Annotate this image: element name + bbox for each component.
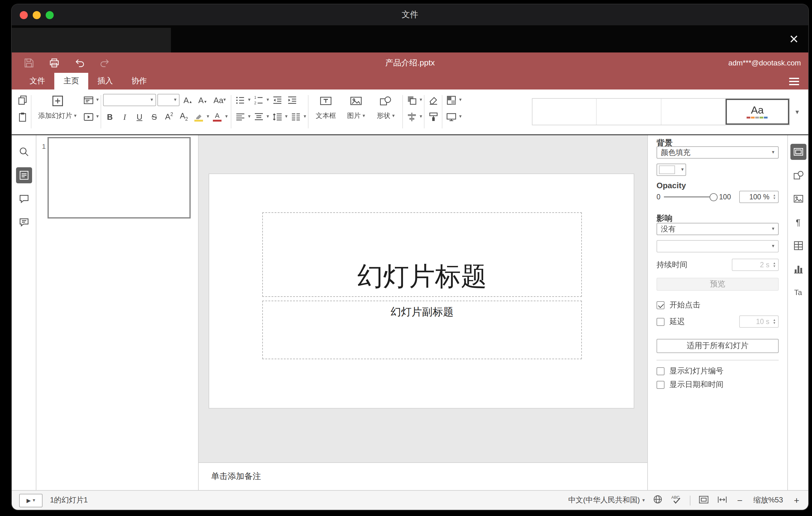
- align-shapes-button[interactable]: [405, 110, 418, 123]
- tab-home[interactable]: 主页: [54, 73, 88, 89]
- delay-checkbox[interactable]: 延迟: [657, 316, 685, 327]
- copy-style-button[interactable]: [426, 110, 440, 123]
- superscript-button[interactable]: A2: [162, 110, 176, 123]
- header-row-top: 产品介绍.pptx adm***@dootask.com: [12, 53, 808, 73]
- menu-button[interactable]: [789, 78, 799, 85]
- clear-style-button[interactable]: [426, 93, 440, 107]
- fill-color-select[interactable]: ▾: [657, 164, 686, 176]
- maximize-traffic-button[interactable]: [46, 11, 54, 19]
- textart-settings-tab[interactable]: Ta: [790, 285, 806, 300]
- toolbar-collapse-button[interactable]: ▾: [790, 89, 805, 134]
- tab-file[interactable]: 文件: [20, 73, 54, 89]
- font-decrease-button[interactable]: A▾: [196, 93, 209, 107]
- slide-canvas[interactable]: 幻灯片标题 幻灯片副标题: [208, 173, 634, 409]
- redo-button[interactable]: [99, 56, 111, 69]
- slide-thumbnail[interactable]: [48, 137, 191, 219]
- start-on-click-checkbox[interactable]: 开始点击: [657, 300, 779, 311]
- start-slideshow-button[interactable]: ▶▾: [19, 493, 42, 507]
- opacity-slider-knob[interactable]: [710, 193, 718, 201]
- italic-button[interactable]: I: [118, 110, 132, 123]
- chat-button[interactable]: [16, 214, 32, 230]
- fit-width-button[interactable]: [717, 495, 727, 506]
- delay-spinner[interactable]: 10 s ▴▾: [739, 315, 779, 328]
- checkbox-unchecked[interactable]: [657, 381, 665, 389]
- slide-size-button[interactable]: [444, 110, 458, 123]
- arrange-shapes-button[interactable]: [405, 93, 418, 107]
- effect-select[interactable]: 没有▾: [657, 223, 779, 235]
- subscript-button[interactable]: A2: [177, 110, 191, 123]
- print-button[interactable]: [48, 56, 60, 69]
- add-slide-button[interactable]: 添加幻灯片▾: [33, 89, 82, 134]
- chart-settings-tab[interactable]: [790, 261, 806, 277]
- strikethrough-button[interactable]: S: [147, 110, 161, 123]
- zoom-out-button[interactable]: −: [735, 496, 744, 505]
- comments-button[interactable]: [16, 191, 32, 207]
- slides-panel-button[interactable]: [16, 167, 32, 183]
- checkbox-checked[interactable]: [657, 301, 665, 309]
- close-button[interactable]: ×: [789, 31, 799, 47]
- fit-slide-button[interactable]: [698, 495, 709, 506]
- paragraph-settings-tab[interactable]: ¶: [790, 214, 806, 230]
- checkbox-unchecked[interactable]: [657, 318, 665, 325]
- close-traffic-button[interactable]: [20, 11, 28, 19]
- image-settings-tab[interactable]: [790, 191, 806, 207]
- vertical-align-button[interactable]: [252, 110, 265, 123]
- decrease-indent-button[interactable]: [270, 93, 284, 107]
- duration-spinner[interactable]: 2 s ▴▾: [732, 259, 779, 271]
- color-scheme-button[interactable]: [444, 93, 458, 107]
- slide-title-placeholder[interactable]: 幻灯片标题: [262, 212, 582, 297]
- theme-option-selected[interactable]: Aa: [726, 99, 789, 125]
- bullets-button[interactable]: [233, 93, 247, 107]
- insert-image-button[interactable]: 图片▾: [341, 89, 371, 134]
- fill-type-select[interactable]: 颜色填充▾: [657, 146, 779, 159]
- set-language-button[interactable]: [653, 494, 663, 506]
- increase-indent-button[interactable]: [285, 93, 299, 107]
- tab-insert[interactable]: 插入: [88, 73, 122, 89]
- show-date-time-checkbox[interactable]: 显示日期和时间: [657, 380, 779, 390]
- copy-button[interactable]: [16, 93, 29, 107]
- slide-layout-button[interactable]: [82, 93, 95, 107]
- font-increase-button[interactable]: A▴: [181, 93, 194, 107]
- line-spacing-button[interactable]: [270, 110, 284, 123]
- zoom-in-button[interactable]: +: [792, 496, 801, 505]
- shape-settings-tab[interactable]: [790, 167, 806, 183]
- notes-area[interactable]: 单击添加备注: [199, 462, 647, 490]
- search-button[interactable]: [16, 144, 32, 160]
- theme-option-3[interactable]: [661, 99, 726, 125]
- slide-settings-tab[interactable]: [790, 144, 806, 160]
- font-color-button[interactable]: A: [210, 110, 224, 123]
- insert-shape-button[interactable]: 形状▾: [371, 89, 401, 134]
- start-preview-button[interactable]: [82, 110, 95, 123]
- apply-to-all-button[interactable]: 适用于所有幻灯片: [657, 339, 779, 353]
- add-slide-icon: [52, 95, 63, 107]
- language-selector[interactable]: 中文(中华人民共和国)▾: [568, 495, 645, 506]
- textart-settings-icon: Ta: [794, 289, 802, 296]
- tab-collaboration[interactable]: 协作: [122, 73, 156, 89]
- slide-subtitle-placeholder[interactable]: 幻灯片副标题: [262, 300, 582, 359]
- numbering-button[interactable]: 12: [252, 93, 265, 107]
- theme-option-2[interactable]: [597, 99, 662, 125]
- highlight-color-button[interactable]: [192, 110, 205, 123]
- save-button[interactable]: [23, 56, 35, 69]
- columns-button[interactable]: [289, 110, 302, 123]
- theme-option-1[interactable]: [532, 99, 597, 125]
- horizontal-align-button[interactable]: [233, 110, 247, 123]
- bold-button[interactable]: B: [103, 110, 117, 123]
- checkbox-unchecked[interactable]: [657, 367, 665, 375]
- opacity-value-spinner[interactable]: 100 % ▴▾: [739, 191, 779, 203]
- opacity-slider[interactable]: [664, 196, 716, 198]
- underline-button[interactable]: U: [133, 110, 146, 123]
- preview-button[interactable]: 预览: [657, 278, 779, 291]
- paste-button[interactable]: [16, 110, 29, 123]
- font-size-combo[interactable]: ▾: [157, 94, 179, 106]
- undo-button[interactable]: [74, 56, 86, 69]
- change-case-button[interactable]: Aa▾: [210, 93, 229, 107]
- table-settings-tab[interactable]: [790, 238, 806, 254]
- insert-textbox-button[interactable]: 文本框: [310, 89, 341, 134]
- minimize-traffic-button[interactable]: [33, 11, 41, 19]
- save-icon: [24, 57, 34, 68]
- spellcheck-button[interactable]: ABC: [671, 494, 682, 506]
- font-name-combo[interactable]: ▾: [103, 94, 156, 106]
- show-slide-number-checkbox[interactable]: 显示幻灯片编号: [657, 366, 779, 376]
- effect-option-select[interactable]: ▾: [657, 240, 779, 253]
